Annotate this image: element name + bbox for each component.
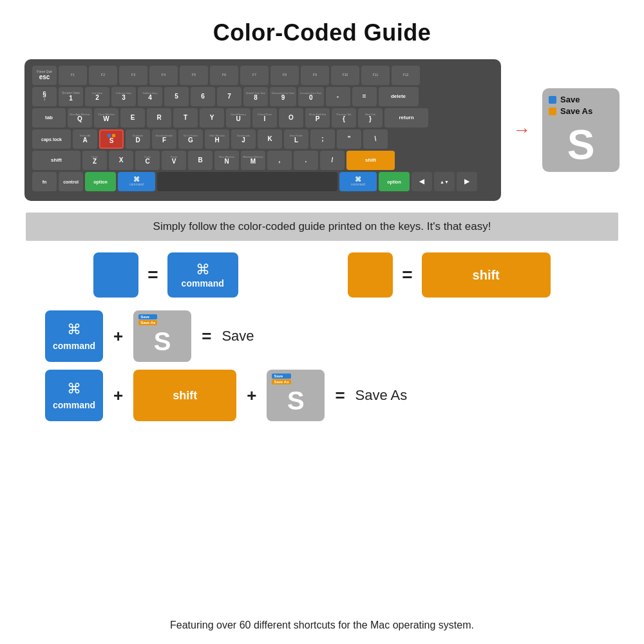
shift-key-sm: shift [133, 370, 236, 421]
key-b: B [188, 151, 213, 170]
key-h: Hide WindowH [205, 129, 229, 149]
command-key-display: ⌘ command [167, 252, 238, 298]
key-9: Decrease Font Size9 [270, 87, 296, 106]
key-f8: F8 [270, 66, 299, 85]
arrow-icon: → [513, 120, 531, 140]
key-5: 5 [164, 87, 189, 106]
key-n: New WindowN [214, 151, 239, 170]
plus-3: + [247, 386, 256, 406]
key-u: Open/HistoryU [226, 108, 251, 128]
legend-dot-blue [549, 96, 556, 104]
key-bracket-l: Previous Tab{ [332, 108, 356, 128]
key-equals: = [352, 87, 377, 106]
gray-banner: Simply follow the color-coded guide prin… [26, 213, 618, 241]
key-ctrl: control [59, 172, 83, 191]
cmd-sym-3: ⌘ [67, 381, 81, 397]
key-esc: Force Quitesc [32, 66, 57, 85]
key-semicolon: ; [310, 129, 335, 149]
s-key-letter-2: S [272, 388, 319, 413]
kb-row-6: fn control option ⌘command ⌘command opti… [32, 172, 493, 191]
footer-text: Featuring over 60 different shortcuts fo… [170, 620, 474, 631]
cmd-key-1: ⌘ command [45, 310, 103, 362]
key-arrow-l: ◀ [412, 172, 432, 191]
key-shift-r: shift [346, 151, 395, 170]
key-f7: F7 [240, 66, 269, 85]
shift-lbl-2: shift [173, 389, 197, 402]
key-f2: F2 [89, 66, 117, 85]
key-option-r: option [379, 172, 410, 191]
key-0: Increase Font Size0 [298, 87, 323, 106]
key-cmd-l: ⌘command [118, 172, 155, 191]
key-legend-box: Save Save As S [542, 88, 620, 172]
legend-save-as: Save As [549, 106, 613, 116]
key-f11: F11 [361, 66, 390, 85]
kb-row-2: §± Screen View1 List View2 Column View3 … [32, 87, 493, 106]
key-s: S [99, 129, 124, 149]
page-title: Color-Coded Guide [213, 19, 431, 46]
key-6: 6 [191, 87, 215, 106]
key-k: K [258, 129, 282, 149]
equals-4: = [335, 386, 345, 406]
key-x: X [109, 151, 133, 170]
key-l: New FolderL [284, 129, 308, 149]
key-fn: fn [32, 172, 57, 191]
key-cmd-r: ⌘command [339, 172, 377, 191]
key-bracket-r: Next Tab} [358, 108, 383, 128]
key-g: Go to FolderG [178, 129, 203, 149]
plus-1: + [113, 327, 123, 346]
cmd-key-2: ⌘ command [45, 370, 103, 421]
legend-save-as-label: Save As [560, 106, 592, 116]
key-p: Show Path BarP [305, 108, 330, 128]
shift-label-1: shift [473, 268, 500, 283]
key-f6: F6 [210, 66, 238, 85]
key-m: Minimize WindowM [241, 151, 265, 170]
key-3: Column View3 [111, 87, 136, 106]
key-o: O [279, 108, 303, 128]
shortcut-section: ⌘ command + Save Save As S = Save ⌘ comm… [26, 310, 618, 421]
key-option-l: option [85, 172, 116, 191]
key-tab: tab [32, 108, 66, 128]
legend-dot-orange [549, 108, 556, 115]
key-f9: F9 [301, 66, 329, 85]
key-w: Close WindowW [94, 108, 118, 128]
key-c: CopyC [135, 151, 160, 170]
key-backtick: §± [32, 87, 57, 106]
banner-text: Simply follow the color-coded guide prin… [153, 220, 491, 232]
key-8: Default Font Size8 [243, 87, 268, 106]
key-spacebar [157, 172, 337, 191]
legend-save: Save [549, 95, 613, 104]
color-guide: = ⌘ command = shift [26, 252, 618, 298]
keyboard: Force Quitesc F1 F2 F3 F4 F5 F6 F7 F8 F9… [24, 59, 501, 201]
s-key-letter-1: S [138, 328, 186, 354]
key-v: PasteV [162, 151, 186, 170]
key-q: New App WindowQ [68, 108, 92, 128]
cmd-symbol-1: ⌘ [196, 261, 210, 278]
equals-1: = [147, 265, 158, 285]
keyboard-section: Force Quitesc F1 F2 F3 F4 F5 F6 F7 F8 F9… [26, 59, 618, 201]
shortcut-row-2: ⌘ command + shift + Save Save As S = Sav… [45, 370, 599, 421]
plus-2: + [113, 386, 123, 406]
s-mini-labels-2: Save Save As [272, 374, 290, 385]
key-return: return [384, 108, 428, 128]
s-mini-save-2: Save [272, 374, 290, 379]
key-a: Select AllA [73, 129, 97, 149]
key-arrow-r: ▶ [457, 172, 477, 191]
cmd-label-1: command [182, 278, 224, 289]
key-caps: caps lock [32, 129, 71, 149]
s-key-1: Save Save As S [133, 310, 191, 362]
kb-row-4: caps lock Select AllA S DuplicateD Searc… [32, 129, 493, 149]
cmd-lbl-3: command [53, 400, 95, 410]
key-quote: " [337, 129, 361, 149]
cmd-sym-2: ⌘ [67, 321, 81, 338]
key-period: . [294, 151, 318, 170]
key-1: Screen View1 [59, 87, 83, 106]
legend-letter: S [567, 124, 595, 166]
blue-square [93, 252, 138, 298]
key-f3: F3 [119, 66, 147, 85]
shortcut-result-1: Save [222, 328, 254, 345]
equals-2: = [402, 265, 412, 285]
key-r: R [147, 108, 171, 128]
s-mini-save-as-2: Save As [272, 379, 290, 384]
key-4: Gallery View4 [138, 87, 162, 106]
key-y: Y [200, 108, 224, 128]
